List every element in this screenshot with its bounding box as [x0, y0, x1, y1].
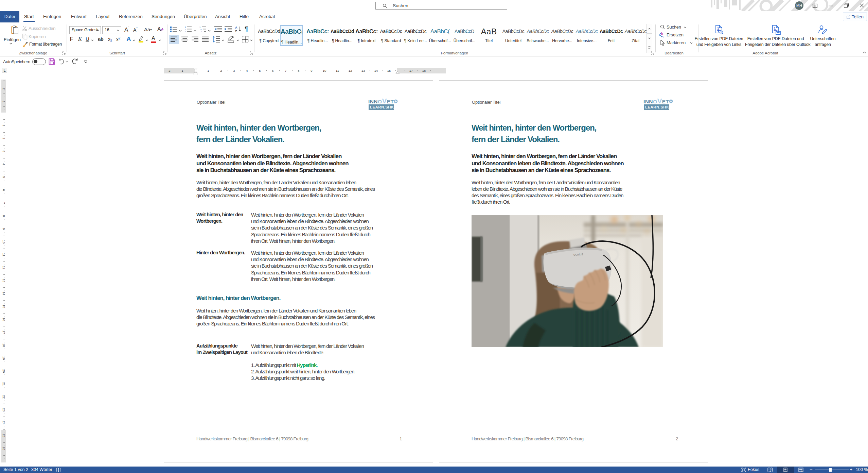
svg-text:c: c — [662, 35, 664, 38]
svg-text:a: a — [200, 29, 202, 31]
svg-text:1: 1 — [199, 26, 201, 28]
svg-text:1: 1 — [185, 26, 186, 28]
svg-text:LEARN.SHK: LEARN.SHK — [645, 105, 669, 109]
svg-text:INNOVET: INNOVET — [368, 97, 394, 105]
svg-text:A: A — [235, 26, 237, 29]
svg-text:3: 3 — [185, 31, 186, 32]
svg-text:LEARN.SHK: LEARN.SHK — [370, 105, 394, 109]
svg-text:2: 2 — [185, 29, 186, 31]
svg-text:i: i — [201, 31, 202, 32]
svg-text:Z: Z — [235, 30, 237, 33]
svg-text:oculus: oculus — [573, 252, 583, 256]
svg-text:INNOVET: INNOVET — [643, 97, 669, 105]
